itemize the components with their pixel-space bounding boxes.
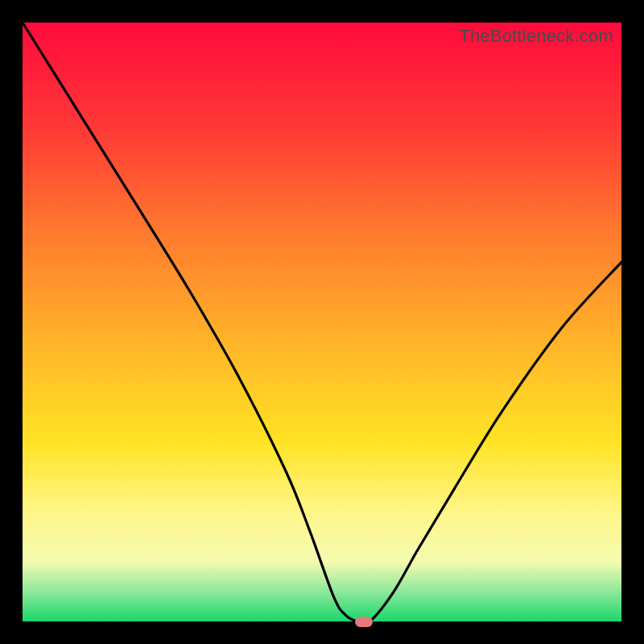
plot-area: TheBottleneck.com [23, 23, 621, 621]
optimal-marker [355, 617, 373, 627]
chart-frame: TheBottleneck.com [0, 0, 644, 644]
curve-path [23, 23, 621, 624]
bottleneck-curve [23, 23, 621, 621]
